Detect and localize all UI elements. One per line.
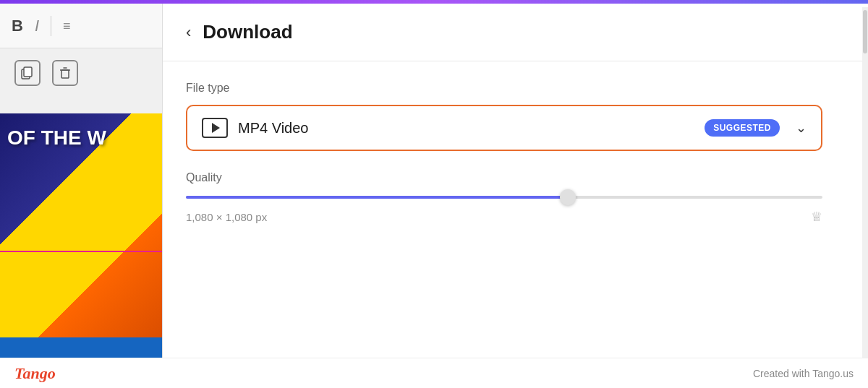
toolbar-divider (51, 16, 51, 36)
suggested-badge: SUGGESTED (705, 119, 780, 137)
video-file-icon (202, 118, 228, 138)
download-header: ‹ Download (163, 4, 868, 61)
crown-icon: ♕ (811, 209, 822, 225)
slider-fill (186, 196, 568, 199)
bold-button[interactable]: B (12, 18, 23, 34)
canvas-background: OF THE W (0, 113, 162, 388)
italic-button[interactable]: I (35, 18, 39, 34)
text-toolbar: B I ≡ (0, 4, 162, 48)
slider-thumb[interactable] (560, 189, 576, 205)
file-type-label: File type (186, 82, 845, 95)
quality-slider-container (186, 196, 822, 199)
tool-row (0, 48, 162, 86)
blue-strip (0, 337, 162, 359)
editor-content: OF THE W (0, 48, 162, 388)
scrollbar[interactable] (862, 7, 868, 388)
file-type-name: MP4 Video (238, 120, 694, 137)
left-editor-panel: B I ≡ OF THE W (0, 4, 163, 388)
resolution-text: 1,080 × 1,080 px (186, 211, 267, 223)
copy-button[interactable] (14, 60, 41, 86)
scroll-thumb (863, 10, 867, 53)
delete-button[interactable] (52, 60, 78, 86)
file-type-dropdown[interactable]: MP4 Video SUGGESTED ⌄ (186, 105, 822, 151)
download-content: File type MP4 Video SUGGESTED ⌄ Quality … (163, 61, 868, 245)
back-button[interactable]: ‹ (183, 22, 194, 43)
svg-rect-1 (24, 67, 32, 77)
resolution-row: 1,080 × 1,080 px ♕ (186, 209, 822, 225)
footer: Tango Created with Tango.us (0, 358, 868, 388)
pink-line (0, 251, 162, 252)
quality-label: Quality (186, 171, 845, 184)
tango-logo: Tango (14, 364, 56, 383)
play-triangle (212, 123, 220, 133)
download-panel: ‹ Download File type MP4 Video SUGGESTED… (163, 4, 868, 388)
slider-track[interactable] (186, 196, 822, 199)
download-title: Download (203, 21, 292, 43)
chevron-down-icon: ⌄ (796, 120, 807, 136)
list-button[interactable]: ≡ (63, 20, 71, 33)
footer-credit: Created with Tango.us (753, 368, 854, 379)
canvas-text: OF THE W (7, 128, 106, 148)
canvas-preview: OF THE W (0, 113, 162, 388)
svg-rect-3 (61, 70, 69, 78)
